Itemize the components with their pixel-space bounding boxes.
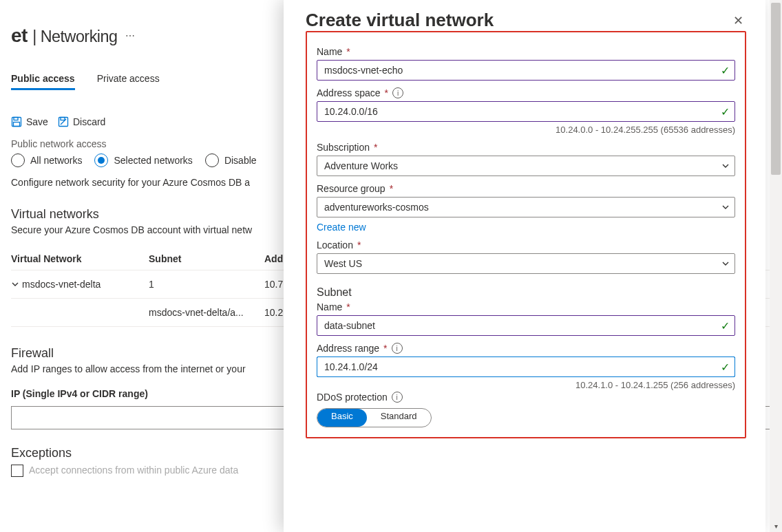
row-vnet-name: msdocs-vnet-delta [22,279,101,290]
tab-private-access[interactable]: Private access [97,73,160,89]
create-vnet-panel: Create virtual network ✕ Name * ✓ Addres… [284,0,765,532]
address-space-input[interactable] [317,101,735,122]
scrollbar[interactable]: ▾ [770,0,782,532]
resource-group-label: Resource group [317,183,385,194]
row-subnet: msdocs-vnet-delta/a... [149,307,264,318]
info-icon[interactable]: i [392,343,403,354]
name-input[interactable] [317,60,735,81]
col-virtual-network: Virtual Network [11,253,149,264]
chevron-down-icon [721,162,730,170]
chevron-down-icon [721,203,730,211]
info-icon[interactable]: i [392,392,403,403]
address-range-hint: 10.24.1.0 - 10.24.1.255 (256 addresses) [317,380,735,390]
radio-disable[interactable]: Disable [205,153,257,167]
discard-label: Discard [73,116,105,127]
save-icon [11,116,22,127]
check-icon: ✓ [721,319,730,332]
exceptions-checkbox[interactable] [11,465,23,477]
svg-rect-2 [14,123,20,127]
radio-disable-label: Disable [224,155,257,166]
tab-public-access[interactable]: Public access [11,73,75,90]
toggle-standard[interactable]: Standard [367,409,431,427]
row-subnet: 1 [149,279,264,290]
exceptions-text: Accept connections from within public Az… [29,465,238,476]
check-icon: ✓ [721,105,730,118]
subnet-heading: Subnet [317,286,735,299]
location-label: Location [317,240,353,251]
save-label: Save [26,116,48,127]
ddos-label: DDoS protection [317,392,388,403]
resource-group-select[interactable] [317,197,735,217]
discard-icon [58,116,69,127]
scroll-down-icon[interactable]: ▾ [771,521,781,531]
page-title: et | Networking [11,25,117,47]
toggle-basic[interactable]: Basic [317,409,367,427]
location-select[interactable] [317,253,735,274]
check-icon: ✓ [721,64,730,77]
name-label: Name [317,46,342,57]
address-range-input[interactable] [317,357,735,377]
ddos-toggle[interactable]: Basic Standard [317,408,432,427]
svg-rect-4 [61,118,65,120]
radio-selected-networks[interactable]: Selected networks [94,153,192,167]
check-icon: ✓ [721,361,730,374]
info-icon[interactable]: i [392,87,403,98]
address-space-hint: 10.24.0.0 - 10.24.255.255 (65536 address… [317,125,735,135]
subnet-name-label: Name [317,301,342,312]
radio-all-label: All networks [30,155,82,166]
chevron-down-icon [721,259,730,268]
radio-selected-label: Selected networks [114,155,192,166]
radio-all-networks[interactable]: All networks [11,153,82,167]
subscription-label: Subscription [317,142,370,153]
more-icon[interactable]: ⋯ [125,30,136,41]
close-icon[interactable]: ✕ [730,10,746,31]
chevron-down-icon [11,280,19,288]
col-subnet: Subnet [149,253,264,264]
save-button[interactable]: Save [11,116,48,127]
subnet-name-input[interactable] [317,315,735,336]
svg-rect-1 [14,118,18,120]
address-range-label: Address range [317,343,379,354]
panel-title: Create virtual network [306,10,494,31]
address-space-label: Address space [317,87,381,98]
subscription-select[interactable] [317,156,735,176]
discard-button[interactable]: Discard [58,116,105,127]
create-new-link[interactable]: Create new [317,222,366,233]
scrollbar-thumb[interactable] [771,3,781,175]
